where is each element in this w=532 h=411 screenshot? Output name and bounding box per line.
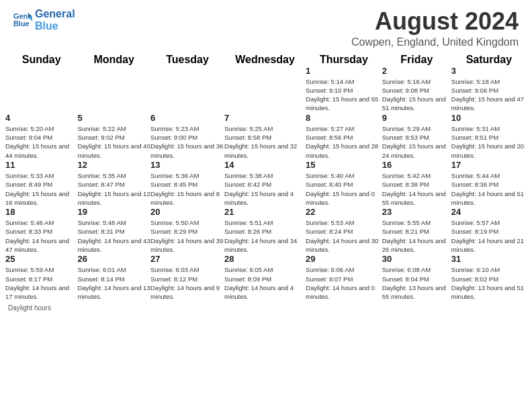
calendar-cell: 13Sunrise: 5:36 AMSunset: 8:45 PMDayligh… bbox=[150, 160, 224, 207]
day-number: 27 bbox=[150, 254, 224, 264]
calendar-week-1: 1Sunrise: 5:14 AMSunset: 9:10 PMDaylight… bbox=[5, 66, 527, 113]
day-number: 28 bbox=[224, 254, 306, 264]
col-tuesday: Tuesday bbox=[150, 54, 224, 66]
calendar-cell: 4Sunrise: 5:20 AMSunset: 9:04 PMDaylight… bbox=[5, 113, 77, 160]
day-detail: Sunrise: 5:55 AMSunset: 8:21 PMDaylight:… bbox=[382, 218, 451, 254]
calendar-cell: 2Sunrise: 5:16 AMSunset: 9:08 PMDaylight… bbox=[382, 66, 451, 113]
day-number: 7 bbox=[224, 113, 306, 123]
day-detail: Sunrise: 5:20 AMSunset: 9:04 PMDaylight:… bbox=[5, 124, 77, 160]
calendar-cell: 7Sunrise: 5:25 AMSunset: 8:58 PMDaylight… bbox=[224, 113, 306, 160]
day-detail: Sunrise: 5:25 AMSunset: 8:58 PMDaylight:… bbox=[224, 124, 306, 160]
day-detail: Sunrise: 5:23 AMSunset: 9:00 PMDaylight:… bbox=[150, 124, 224, 160]
svg-text:Blue: Blue bbox=[13, 19, 30, 28]
calendar-cell: 11Sunrise: 5:33 AMSunset: 8:49 PMDayligh… bbox=[5, 160, 77, 207]
calendar-cell bbox=[224, 66, 306, 113]
calendar-cell bbox=[77, 66, 150, 113]
calendar-week-3: 11Sunrise: 5:33 AMSunset: 8:49 PMDayligh… bbox=[5, 160, 527, 207]
calendar-cell: 6Sunrise: 5:23 AMSunset: 9:00 PMDaylight… bbox=[150, 113, 224, 160]
calendar-cell: 29Sunrise: 6:06 AMSunset: 8:07 PMDayligh… bbox=[306, 254, 382, 301]
day-detail: Sunrise: 5:51 AMSunset: 8:26 PMDaylight:… bbox=[224, 218, 306, 254]
calendar-cell: 25Sunrise: 5:59 AMSunset: 8:17 PMDayligh… bbox=[5, 254, 77, 301]
day-number: 13 bbox=[150, 160, 224, 170]
calendar-cell: 8Sunrise: 5:27 AMSunset: 8:56 PMDaylight… bbox=[306, 113, 382, 160]
day-detail: Sunrise: 5:33 AMSunset: 8:49 PMDaylight:… bbox=[5, 171, 77, 207]
calendar-cell: 23Sunrise: 5:55 AMSunset: 8:21 PMDayligh… bbox=[382, 207, 451, 254]
day-detail: Sunrise: 5:18 AMSunset: 9:06 PMDaylight:… bbox=[451, 77, 527, 113]
day-detail: Sunrise: 6:06 AMSunset: 8:07 PMDaylight:… bbox=[306, 265, 382, 301]
calendar-cell: 9Sunrise: 5:29 AMSunset: 8:53 PMDaylight… bbox=[382, 113, 451, 160]
day-detail: Sunrise: 5:44 AMSunset: 8:36 PMDaylight:… bbox=[451, 171, 527, 207]
calendar-cell: 3Sunrise: 5:18 AMSunset: 9:06 PMDaylight… bbox=[451, 66, 527, 113]
title-block: August 2024 Cowpen, England, United King… bbox=[351, 8, 519, 48]
day-detail: Sunrise: 5:50 AMSunset: 8:29 PMDaylight:… bbox=[150, 218, 224, 254]
day-number: 24 bbox=[451, 207, 527, 217]
calendar-week-2: 4Sunrise: 5:20 AMSunset: 9:04 PMDaylight… bbox=[5, 113, 527, 160]
calendar-cell: 14Sunrise: 5:38 AMSunset: 8:42 PMDayligh… bbox=[224, 160, 306, 207]
footer: Daylight hours bbox=[0, 302, 532, 314]
header: General Blue General Blue August 2024 Co… bbox=[0, 0, 532, 54]
day-number: 10 bbox=[451, 113, 527, 123]
day-detail: Sunrise: 5:42 AMSunset: 8:38 PMDaylight:… bbox=[382, 171, 451, 207]
calendar-cell: 1Sunrise: 5:14 AMSunset: 9:10 PMDaylight… bbox=[306, 66, 382, 113]
calendar-cell: 17Sunrise: 5:44 AMSunset: 8:36 PMDayligh… bbox=[451, 160, 527, 207]
calendar-body: 1Sunrise: 5:14 AMSunset: 9:10 PMDaylight… bbox=[5, 66, 527, 302]
day-number: 15 bbox=[306, 160, 382, 170]
day-detail: Sunrise: 6:03 AMSunset: 8:12 PMDaylight:… bbox=[150, 265, 224, 301]
location: Cowpen, England, United Kingdom bbox=[351, 36, 519, 48]
day-detail: Sunrise: 6:08 AMSunset: 8:04 PMDaylight:… bbox=[382, 265, 451, 301]
calendar-cell: 12Sunrise: 5:35 AMSunset: 8:47 PMDayligh… bbox=[77, 160, 150, 207]
day-number: 6 bbox=[150, 113, 224, 123]
calendar-cell: 15Sunrise: 5:40 AMSunset: 8:40 PMDayligh… bbox=[306, 160, 382, 207]
day-number: 25 bbox=[5, 254, 77, 264]
day-detail: Sunrise: 5:16 AMSunset: 9:08 PMDaylight:… bbox=[382, 77, 451, 113]
calendar-cell: 22Sunrise: 5:53 AMSunset: 8:24 PMDayligh… bbox=[306, 207, 382, 254]
day-detail: Sunrise: 5:40 AMSunset: 8:40 PMDaylight:… bbox=[306, 171, 382, 207]
calendar-header: Sunday Monday Tuesday Wednesday Thursday… bbox=[5, 54, 527, 66]
calendar-week-5: 25Sunrise: 5:59 AMSunset: 8:17 PMDayligh… bbox=[5, 254, 527, 301]
day-detail: Sunrise: 5:14 AMSunset: 9:10 PMDaylight:… bbox=[306, 77, 382, 113]
day-detail: Sunrise: 5:38 AMSunset: 8:42 PMDaylight:… bbox=[224, 171, 306, 207]
day-detail: Sunrise: 6:01 AMSunset: 8:14 PMDaylight:… bbox=[77, 265, 150, 301]
calendar-cell: 31Sunrise: 6:10 AMSunset: 8:02 PMDayligh… bbox=[451, 254, 527, 301]
logo-icon: General Blue bbox=[13, 11, 32, 30]
col-monday: Monday bbox=[77, 54, 150, 66]
day-number: 21 bbox=[224, 207, 306, 217]
logo-general: General bbox=[35, 8, 75, 20]
day-detail: Sunrise: 5:35 AMSunset: 8:47 PMDaylight:… bbox=[77, 171, 150, 207]
day-number: 5 bbox=[77, 113, 150, 123]
day-number: 9 bbox=[382, 113, 451, 123]
day-detail: Sunrise: 5:59 AMSunset: 8:17 PMDaylight:… bbox=[5, 265, 77, 301]
day-detail: Sunrise: 5:27 AMSunset: 8:56 PMDaylight:… bbox=[306, 124, 382, 160]
day-number: 3 bbox=[451, 66, 527, 76]
calendar-cell: 27Sunrise: 6:03 AMSunset: 8:12 PMDayligh… bbox=[150, 254, 224, 301]
col-sunday: Sunday bbox=[5, 54, 77, 66]
calendar-cell: 5Sunrise: 5:22 AMSunset: 9:02 PMDaylight… bbox=[77, 113, 150, 160]
calendar-cell: 30Sunrise: 6:08 AMSunset: 8:04 PMDayligh… bbox=[382, 254, 451, 301]
day-number: 14 bbox=[224, 160, 306, 170]
calendar-week-4: 18Sunrise: 5:46 AMSunset: 8:33 PMDayligh… bbox=[5, 207, 527, 254]
calendar-cell: 26Sunrise: 6:01 AMSunset: 8:14 PMDayligh… bbox=[77, 254, 150, 301]
calendar-cell bbox=[150, 66, 224, 113]
day-number: 26 bbox=[77, 254, 150, 264]
calendar-table: Sunday Monday Tuesday Wednesday Thursday… bbox=[5, 54, 527, 302]
calendar-cell: 28Sunrise: 6:05 AMSunset: 8:09 PMDayligh… bbox=[224, 254, 306, 301]
day-number: 29 bbox=[306, 254, 382, 264]
calendar-cell: 20Sunrise: 5:50 AMSunset: 8:29 PMDayligh… bbox=[150, 207, 224, 254]
day-detail: Sunrise: 5:22 AMSunset: 9:02 PMDaylight:… bbox=[77, 124, 150, 160]
day-detail: Sunrise: 6:10 AMSunset: 8:02 PMDaylight:… bbox=[451, 265, 527, 301]
day-detail: Sunrise: 5:48 AMSunset: 8:31 PMDaylight:… bbox=[77, 218, 150, 254]
calendar-cell: 24Sunrise: 5:57 AMSunset: 8:19 PMDayligh… bbox=[451, 207, 527, 254]
col-saturday: Saturday bbox=[451, 54, 527, 66]
day-detail: Sunrise: 5:57 AMSunset: 8:19 PMDaylight:… bbox=[451, 218, 527, 254]
calendar-cell: 18Sunrise: 5:46 AMSunset: 8:33 PMDayligh… bbox=[5, 207, 77, 254]
day-number: 16 bbox=[382, 160, 451, 170]
calendar-cell bbox=[5, 66, 77, 113]
logo: General Blue General Blue bbox=[13, 8, 75, 32]
day-number: 31 bbox=[451, 254, 527, 264]
col-wednesday: Wednesday bbox=[224, 54, 306, 66]
calendar-cell: 21Sunrise: 5:51 AMSunset: 8:26 PMDayligh… bbox=[224, 207, 306, 254]
day-detail: Sunrise: 5:36 AMSunset: 8:45 PMDaylight:… bbox=[150, 171, 224, 207]
day-detail: Sunrise: 5:31 AMSunset: 8:51 PMDaylight:… bbox=[451, 124, 527, 160]
calendar-cell: 10Sunrise: 5:31 AMSunset: 8:51 PMDayligh… bbox=[451, 113, 527, 160]
day-number: 18 bbox=[5, 207, 77, 217]
